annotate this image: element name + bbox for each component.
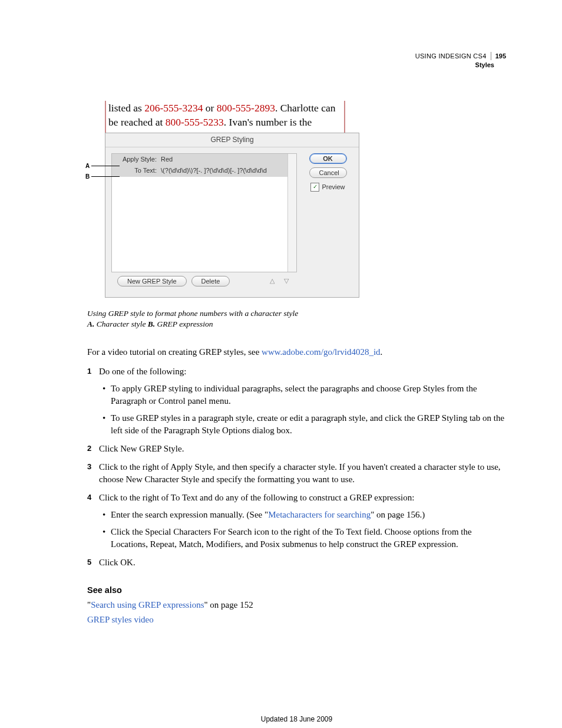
step-3: Click to the right of Apply Style, and t… <box>87 461 506 486</box>
intro-paragraph: For a video tutorial on creating GREP st… <box>87 346 506 358</box>
grep-styles-video-link[interactable]: GREP styles video <box>87 615 154 624</box>
grep-style-list[interactable]: Apply Style: Red To Text: \(?(\d\d\d)\)?… <box>111 153 297 272</box>
step-4-bullet-1: Enter the search expression manually. (S… <box>111 509 506 521</box>
see-also-heading: See also <box>87 584 506 596</box>
intro-before: For a video tutorial on creating GREP st… <box>87 347 262 357</box>
step-4b1-after: " on page 156.) <box>371 510 425 519</box>
header-page-number: 195 <box>495 52 506 61</box>
sample-suffix: . Ivan's number is the <box>224 116 312 128</box>
step-4: Click to the right of To Text and do any… <box>87 492 506 551</box>
move-down-icon[interactable]: ▽ <box>282 276 291 285</box>
sample-phone-1: 206-555-3234 <box>144 102 203 114</box>
grep-row-to-text[interactable]: To Text: \(?(\d\d\d)\)?[-. ]?(\d\d\d)[-.… <box>112 165 296 176</box>
callout-b-label: B <box>85 173 90 181</box>
caption-b-bold: B. <box>148 319 155 328</box>
step-2: Click New GREP Style. <box>87 443 506 455</box>
grep-styling-dialog: GREP Styling Apply Style: Red To Text: \… <box>105 133 359 298</box>
step-1-bullet-2: To use GREP styles in a paragraph style,… <box>111 412 506 437</box>
steps-list: Do one of the following: To apply GREP s… <box>87 365 506 569</box>
preview-label: Preview <box>322 183 345 192</box>
caption-line1: Using GREP style to format phone numbers… <box>87 308 361 319</box>
preview-checkbox[interactable]: ✓ <box>310 183 319 192</box>
delete-button[interactable]: Delete <box>191 276 230 286</box>
step-4b1-before: Enter the search expression manually. (S… <box>111 510 268 519</box>
caption-b-text: GREP expression <box>155 319 213 328</box>
grep-row-apply-style[interactable]: Apply Style: Red <box>112 154 296 165</box>
sample-text: listed as 206-555-3234 or 800-555-2893. … <box>105 101 345 133</box>
running-header: USING INDESIGN CS4 195 Styles <box>415 52 506 70</box>
to-text-label: To Text: <box>115 166 157 175</box>
see-also-line-2: GREP styles video <box>87 614 506 626</box>
step-1: Do one of the following: To apply GREP s… <box>87 365 506 437</box>
search-grep-link[interactable]: Search using GREP expressions <box>91 600 204 610</box>
see-also-line-1: "Search using GREP expressions" on page … <box>87 599 506 611</box>
sample-mid1: or <box>203 102 216 114</box>
metacharacters-link[interactable]: Metacharacters for searching <box>268 510 371 519</box>
apply-style-value: Red <box>161 156 173 163</box>
scrollbar[interactable] <box>287 154 296 272</box>
intro-after: . <box>381 347 383 357</box>
move-up-icon[interactable]: △ <box>267 276 277 285</box>
sample-prefix: listed as <box>108 102 144 114</box>
caption-a-bold: A. <box>87 319 94 328</box>
callout-a-label: A <box>85 162 90 170</box>
apply-style-label: Apply Style: <box>115 155 157 164</box>
figure-caption: Using GREP style to format phone numbers… <box>87 308 361 330</box>
ok-button[interactable]: OK <box>309 153 347 164</box>
figure-block: listed as 206-555-3234 or 800-555-2893. … <box>87 101 361 330</box>
see-also-1-after: " on page 152 <box>204 600 253 610</box>
page-footer: Updated 18 June 2009 <box>87 714 506 724</box>
step-1-text: Do one of the following: <box>99 367 186 376</box>
intro-video-link[interactable]: www.adobe.com/go/lrvid4028_id <box>262 347 381 357</box>
step-4-text: Click to the right of To Text and do any… <box>99 493 414 502</box>
step-5: Click OK. <box>87 556 506 569</box>
step-4-bullet-2: Click the Special Characters For Search … <box>111 526 506 551</box>
cancel-button[interactable]: Cancel <box>309 167 347 178</box>
caption-a-text: Character style <box>94 319 147 328</box>
step-1-bullet-1: To apply GREP styling to individual para… <box>111 383 506 407</box>
dialog-title: GREP Styling <box>105 133 359 147</box>
sample-phone-3: 800-555-5233 <box>166 116 224 128</box>
header-separator <box>491 52 491 60</box>
header-doc-title: USING INDESIGN CS4 <box>415 52 487 61</box>
header-section: Styles <box>415 61 494 70</box>
new-grep-style-button[interactable]: New GREP Style <box>117 276 187 286</box>
sample-phone-2: 800-555-2893 <box>217 102 275 114</box>
to-text-value: \(?(\d\d\d)\)?[-. ]?(\d\d\d)[-. ]?(\d\d\… <box>161 167 267 174</box>
